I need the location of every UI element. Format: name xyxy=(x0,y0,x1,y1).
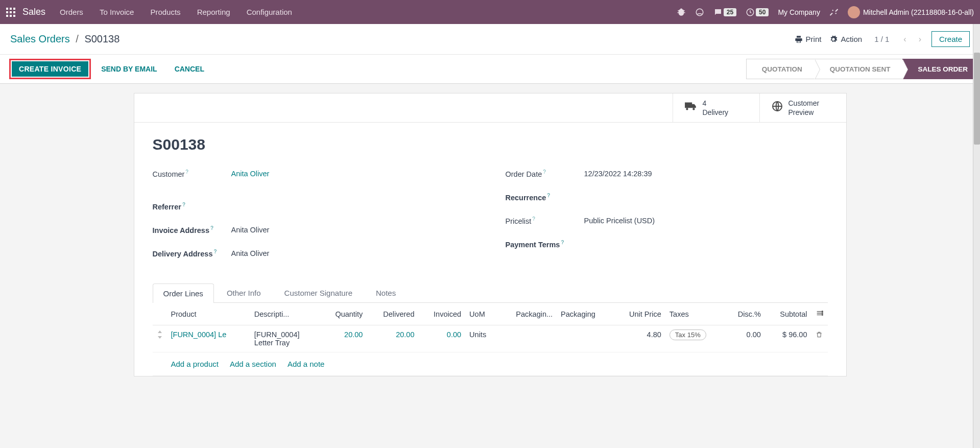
label-delivery-address: Delivery Address? xyxy=(153,249,231,258)
scrollbar-thumb[interactable] xyxy=(974,53,980,145)
add-note-link[interactable]: Add a note xyxy=(288,360,325,368)
table-row[interactable]: [FURN_0004] Le [FURN_0004] Letter Tray 2… xyxy=(153,325,828,352)
cell-disc[interactable]: 0.00 xyxy=(724,325,765,352)
drag-handle-icon[interactable] xyxy=(153,325,167,352)
help-icon[interactable]: ? xyxy=(543,169,546,175)
help-icon[interactable]: ? xyxy=(547,193,550,198)
pager-prev[interactable]: ‹ xyxy=(901,35,908,44)
th-subtotal[interactable]: Subtotal xyxy=(765,303,811,325)
breadcrumb: Sales Orders / S00138 xyxy=(10,33,119,45)
cell-invoiced[interactable]: 0.00 xyxy=(418,325,465,352)
highlight-box: CREATE INVOICE xyxy=(9,59,91,79)
menu-configuration[interactable]: Configuration xyxy=(247,8,292,16)
menu-products[interactable]: Products xyxy=(150,8,180,16)
label-customer: Customer? xyxy=(153,169,231,178)
help-icon[interactable]: ? xyxy=(182,202,185,207)
svg-rect-0 xyxy=(6,8,8,10)
label-pricelist: Pricelist? xyxy=(506,216,584,225)
activities-icon[interactable]: 50 xyxy=(746,8,769,17)
help-icon[interactable]: ? xyxy=(185,169,188,175)
create-button[interactable]: Create xyxy=(931,31,970,47)
th-invoiced[interactable]: Invoiced xyxy=(418,303,465,325)
add-product-link[interactable]: Add a product xyxy=(171,360,219,368)
cancel-button[interactable]: CANCEL xyxy=(168,61,211,77)
delivery-address-field[interactable]: Anita Oliver xyxy=(231,249,475,257)
tools-icon[interactable] xyxy=(829,8,839,17)
cell-packagin[interactable] xyxy=(498,325,557,352)
status-quotation-sent[interactable]: QUOTATION SENT xyxy=(815,59,903,79)
user-menu[interactable]: Mitchell Admin (22118808-16-0-all) xyxy=(848,6,974,18)
label-recurrence: Recurrence? xyxy=(506,193,584,202)
subheader: Sales Orders / S00138 Print Action 1 / 1… xyxy=(0,24,980,55)
svg-point-13 xyxy=(822,313,823,314)
app-brand[interactable]: Sales xyxy=(22,7,45,17)
customer-preview-button[interactable]: Customer Preview xyxy=(759,93,846,122)
th-unit-price[interactable]: Unit Price xyxy=(613,303,665,325)
bug-icon[interactable] xyxy=(677,8,686,17)
tax-pill[interactable]: Tax 15% xyxy=(670,329,706,340)
cell-description[interactable]: [FURN_0004] Letter Tray xyxy=(250,325,320,352)
send-email-button[interactable]: SEND BY EMAIL xyxy=(94,61,164,77)
help-icon[interactable]: ? xyxy=(561,240,564,245)
tab-customer-signature[interactable]: Customer Signature xyxy=(274,283,363,302)
th-taxes[interactable]: Taxes xyxy=(665,303,724,325)
nav-right: 25 50 My Company Mitchell Admin (2211880… xyxy=(677,6,974,18)
th-quantity[interactable]: Quantity xyxy=(320,303,367,325)
tab-notes[interactable]: Notes xyxy=(365,283,407,302)
delete-line-icon[interactable] xyxy=(811,325,828,352)
customer-field[interactable]: Anita Oliver xyxy=(231,170,475,178)
th-packagin[interactable]: Packagin... xyxy=(498,303,557,325)
tab-other-info[interactable]: Other Info xyxy=(216,283,272,302)
label-invoice-address: Invoice Address? xyxy=(153,225,231,234)
th-description[interactable]: Descripti... xyxy=(250,303,320,325)
th-uom[interactable]: UoM xyxy=(465,303,498,325)
status-sales-order[interactable]: SALES ORDER xyxy=(902,59,980,79)
status-quotation[interactable]: QUOTATION xyxy=(746,59,815,79)
breadcrumb-sep: / xyxy=(76,33,79,44)
print-icon xyxy=(795,35,803,43)
cell-subtotal: $ 96.00 xyxy=(765,325,811,352)
cell-delivered[interactable]: 20.00 xyxy=(367,325,418,352)
print-button[interactable]: Print xyxy=(795,35,822,43)
th-packaging[interactable]: Packaging xyxy=(557,303,613,325)
scrollbar[interactable] xyxy=(973,24,980,376)
svg-rect-8 xyxy=(13,15,15,17)
action-button[interactable]: Action xyxy=(829,35,862,43)
invoice-address-field[interactable]: Anita Oliver xyxy=(231,226,475,234)
cell-quantity[interactable]: 20.00 xyxy=(320,325,367,352)
label-referrer: Referrer? xyxy=(153,202,231,211)
menu-orders[interactable]: Orders xyxy=(60,8,83,16)
cell-uom[interactable]: Units xyxy=(465,325,498,352)
messages-icon[interactable]: 25 xyxy=(713,8,736,17)
cell-product[interactable]: [FURN_0004] Le xyxy=(167,325,250,352)
order-date-field[interactable]: 12/23/2022 14:28:39 xyxy=(584,170,828,178)
apps-icon[interactable] xyxy=(6,8,15,17)
create-invoice-button[interactable]: CREATE INVOICE xyxy=(12,61,88,77)
tab-order-lines[interactable]: Order Lines xyxy=(153,284,214,303)
help-icon[interactable]: ? xyxy=(210,225,213,231)
pricelist-field[interactable]: Public Pricelist (USD) xyxy=(584,217,828,225)
th-disc[interactable]: Disc.% xyxy=(724,303,765,325)
menu-to-invoice[interactable]: To Invoice xyxy=(100,8,134,16)
support-icon[interactable] xyxy=(695,8,704,17)
preview-l1: Customer xyxy=(788,99,820,108)
avatar xyxy=(848,6,860,18)
pager[interactable]: 1 / 1 xyxy=(874,35,889,43)
column-options-icon[interactable] xyxy=(811,303,828,325)
delivery-smart-button[interactable]: 4 Delivery xyxy=(673,93,759,122)
company-switcher[interactable]: My Company xyxy=(778,8,820,16)
form-sheet: 4 Delivery Customer Preview S00138 Custo… xyxy=(134,93,847,376)
cell-taxes[interactable]: Tax 15% xyxy=(665,325,724,352)
th-product[interactable]: Product xyxy=(167,303,250,325)
th-delivered[interactable]: Delivered xyxy=(367,303,418,325)
cell-unit-price[interactable]: 4.80 xyxy=(613,325,665,352)
menu-reporting[interactable]: Reporting xyxy=(197,8,230,16)
help-icon[interactable]: ? xyxy=(213,249,217,254)
pager-next[interactable]: › xyxy=(917,35,923,44)
delivery-count: 4 xyxy=(703,99,729,108)
breadcrumb-root[interactable]: Sales Orders xyxy=(10,33,70,44)
help-icon[interactable]: ? xyxy=(532,216,535,222)
add-section-link[interactable]: Add a section xyxy=(230,360,276,368)
cell-packaging[interactable] xyxy=(557,325,613,352)
breadcrumb-current: S00138 xyxy=(84,33,119,44)
